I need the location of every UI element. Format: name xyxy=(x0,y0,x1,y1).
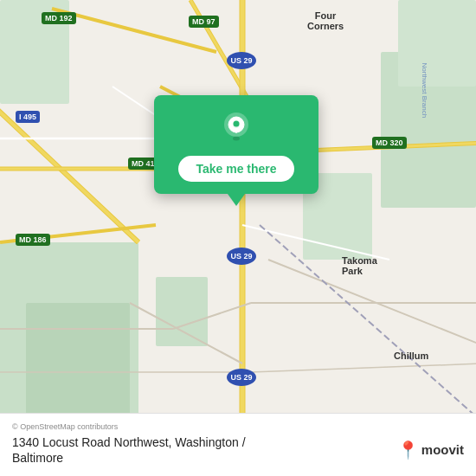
svg-line-8 xyxy=(0,104,138,242)
svg-rect-4 xyxy=(398,0,476,87)
map-container: I 495 MD 192 MD 97 US 29 MD 410 MD 186 M… xyxy=(0,0,476,476)
shield-us29-low: US 29 xyxy=(227,369,256,386)
svg-point-35 xyxy=(234,121,240,127)
address-text: 1340 Locust Road Northwest, Washington /… xyxy=(12,434,246,466)
svg-line-29 xyxy=(251,363,476,372)
bottom-bar: © OpenStreetMap contributors 1340 Locust… xyxy=(0,413,476,476)
shield-md186: MD 186 xyxy=(16,234,50,246)
svg-point-34 xyxy=(233,137,240,141)
shield-md320: MD 320 xyxy=(372,137,407,149)
take-me-there-button[interactable]: Take me there xyxy=(178,156,293,182)
moovit-pin-icon: 📍 xyxy=(397,440,419,460)
shield-us29-mid: US 29 xyxy=(227,248,256,265)
moovit-logo: 📍 moovit xyxy=(397,440,464,460)
shield-us29-top: US 29 xyxy=(227,52,256,69)
location-popup: Take me there xyxy=(154,95,318,194)
copyright-text: © OpenStreetMap contributors xyxy=(12,422,464,431)
shield-i495: I 495 xyxy=(16,111,40,123)
map-roads-layer xyxy=(0,0,476,476)
svg-rect-6 xyxy=(156,277,208,346)
shield-md192: MD 192 xyxy=(42,12,76,24)
shield-md97: MD 97 xyxy=(189,16,219,28)
address-row: 1340 Locust Road Northwest, Washington /… xyxy=(12,434,464,466)
location-pin-icon xyxy=(217,109,255,147)
